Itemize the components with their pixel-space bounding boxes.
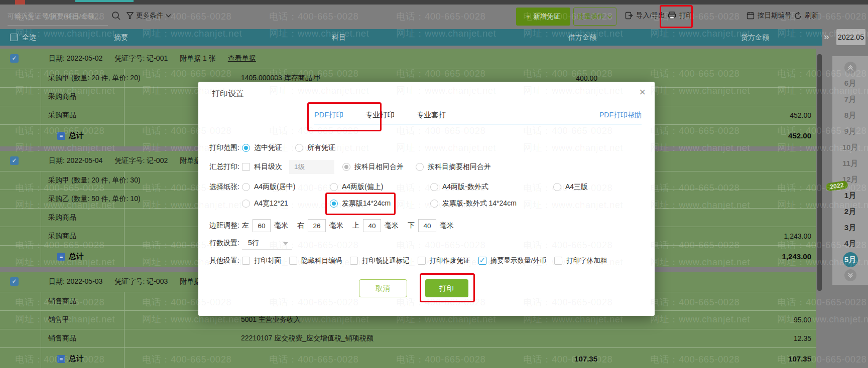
radio-paper-a4-two-amount[interactable]: A4两版-数外式 xyxy=(430,182,553,192)
dialog-title: 打印设置 xyxy=(212,89,244,99)
radio-paper-invoice-amount-14x24[interactable]: 发票版-数外式 14*24cm xyxy=(430,199,553,208)
period-display[interactable]: 2022.05 xyxy=(836,29,865,45)
line-count-select[interactable]: 5行 xyxy=(242,237,292,250)
paper-select-row-2: A4宽12*21 发票版14*24cm 发票版-数外式 14*24cm xyxy=(209,196,642,211)
select-all-label: 全选 xyxy=(22,33,36,42)
radio-label: A4两版(居中) xyxy=(254,182,295,192)
radio-selected-vouchers[interactable]: 选中凭证 xyxy=(242,143,282,152)
checkbox-account-level[interactable]: 科目级次 xyxy=(242,162,282,171)
checkbox-on-icon xyxy=(478,257,486,265)
radio-label: 发票版-数外式 14*24cm xyxy=(442,199,517,208)
close-icon[interactable]: × xyxy=(639,87,646,98)
unit-label: 毫米 xyxy=(385,221,399,230)
cell-summary: 采购商品 xyxy=(41,227,125,245)
margin-right-input[interactable] xyxy=(308,219,326,232)
caret-down-icon xyxy=(283,242,288,245)
radio-merge-same-account[interactable]: 按科目相同合并 xyxy=(342,162,404,171)
radio-paper-a4-two-top[interactable]: A4两版(偏上) xyxy=(330,182,430,192)
month-item[interactable]: 10月 xyxy=(842,139,858,155)
radio-off-icon xyxy=(416,163,424,171)
row-checkbox-checked[interactable]: ✓ xyxy=(10,54,19,63)
chevron-down-icon xyxy=(166,14,171,18)
paper-select-row-1: 选择纸张: A4两版(居中) A4两版(偏上) A4两版-数外式 xyxy=(209,179,642,195)
radio-paper-a4-two-center[interactable]: A4两版(居中) xyxy=(242,182,330,192)
pdf-print-help-link[interactable]: PDF打印帮助 xyxy=(599,111,642,120)
line-count-value: 5行 xyxy=(248,239,259,248)
table-row[interactable]: 销售商品 22210107 应交税费_应交增值税_销项税额 12.35 xyxy=(0,329,816,347)
refresh-button[interactable]: 刷新 xyxy=(794,11,818,20)
month-item[interactable]: 9月 xyxy=(844,123,856,139)
voucher-date: 日期: 2022-05-03 xyxy=(49,277,102,286)
select-all-checkbox[interactable] xyxy=(10,34,18,41)
radio-label: 按科目相同合并 xyxy=(354,162,404,171)
total-calc-icon: = xyxy=(57,253,65,261)
other-settings-row: 其他设置: 打印封面 隐藏科目编码 打印畅捷通标记 xyxy=(209,253,642,268)
vertical-scrollbar[interactable] xyxy=(817,54,822,291)
tab-pro-template-print[interactable]: 专业套打 xyxy=(417,110,446,120)
margin-bottom-input[interactable] xyxy=(418,219,436,232)
total-label: 总计 xyxy=(69,354,84,363)
radio-merge-same-account-summary[interactable]: 按科目摘要相同合并 xyxy=(416,162,491,171)
checkbox-print-cover[interactable]: 打印封面 xyxy=(242,256,281,265)
search-input[interactable] xyxy=(8,13,108,20)
month-item[interactable]: 4月 xyxy=(844,236,856,252)
line-count-label: 行数设置: xyxy=(209,239,242,248)
view-attachment-link[interactable]: 查看单据 xyxy=(228,54,256,63)
month-item[interactable]: 2月 xyxy=(844,204,856,220)
account-level-input[interactable] xyxy=(289,160,334,174)
month-item[interactable]: 7月 xyxy=(844,91,856,107)
search-icon[interactable] xyxy=(111,11,120,20)
scroll-down-icon[interactable] xyxy=(844,269,856,281)
radio-paper-a4-three[interactable]: A4三版 xyxy=(553,182,588,192)
margin-left-input[interactable] xyxy=(253,219,271,232)
more-filter-button[interactable]: 更多条件 xyxy=(127,11,171,20)
radio-paper-invoice-14x24[interactable]: 发票版14*24cm xyxy=(330,199,430,208)
checkbox-print-chanjet-mark[interactable]: 打印畅捷通标记 xyxy=(350,256,410,265)
toolbar: 更多条件 + 新增凭证 批量操作 导入/导出 打印 按日期编号 刷新 xyxy=(0,5,868,29)
margin-right-label: 右 xyxy=(297,221,304,230)
month-item[interactable]: 8月 xyxy=(844,107,856,123)
checkbox-print-bold-font[interactable]: 打印字体加粗 xyxy=(554,256,607,265)
other-settings-label: 其他设置: xyxy=(209,256,242,265)
margin-top-input[interactable] xyxy=(363,219,381,232)
margins-row: 边距调整: 左 毫米 右 毫米 上 毫米 下 毫米 xyxy=(209,218,642,233)
total-debit: 107.35 xyxy=(532,354,653,363)
scroll-up-icon[interactable] xyxy=(844,62,856,74)
checkbox-print-voided-vouchers[interactable]: 打印作废凭证 xyxy=(418,256,470,265)
add-voucher-button[interactable]: + 新增凭证 xyxy=(516,8,570,26)
month-item[interactable]: 1月 xyxy=(844,188,856,204)
cancel-button[interactable]: 取消 xyxy=(359,279,407,297)
row-checkbox-checked[interactable]: ✓ xyxy=(10,277,19,286)
number-by-date-button[interactable]: 按日期编号 xyxy=(747,11,792,20)
radio-label: A4三版 xyxy=(565,182,588,192)
print-button[interactable]: 打印 xyxy=(668,11,693,20)
import-export-button[interactable]: 导入/导出 xyxy=(625,11,665,20)
printer-icon xyxy=(668,12,676,20)
radio-label: A4宽12*21 xyxy=(254,199,288,208)
select-all-cell: 全选 xyxy=(0,33,41,42)
total-label: 总计 xyxy=(69,252,84,261)
month-item[interactable]: 11月 xyxy=(842,155,858,171)
checkbox-summary-show-qty-currency[interactable]: 摘要显示数量/外币 xyxy=(478,256,547,265)
total-credit: 452.00 xyxy=(653,131,816,140)
radio-paper-a4-wide[interactable]: A4宽12*21 xyxy=(242,199,330,208)
month-item[interactable]: 3月 xyxy=(844,220,856,236)
checkbox-off-icon xyxy=(418,257,426,265)
collapse-panel-icon[interactable]: » xyxy=(824,31,828,42)
radio-on-icon xyxy=(242,144,250,152)
row-checkbox-checked[interactable]: ✓ xyxy=(10,156,19,165)
unit-label: 毫米 xyxy=(440,221,454,230)
print-settings-dialog: 电话：400-665-0028网址：www.chanjet.net电话：400-… xyxy=(198,82,655,316)
month-item-active[interactable]: 5月 xyxy=(843,252,858,267)
more-filter-label: 更多条件 xyxy=(136,11,163,20)
checkbox-hide-account-code[interactable]: 隐藏科目编码 xyxy=(289,256,342,265)
month-item[interactable]: 6月 xyxy=(844,75,856,91)
tab-pro-print[interactable]: 专业打印 xyxy=(365,110,395,120)
checkbox-label: 科目级次 xyxy=(254,162,282,171)
voucher-attachments: 附单据 1 张 xyxy=(180,54,216,63)
checkbox-off-icon xyxy=(554,257,562,265)
dialog-print-button[interactable]: 打印 xyxy=(425,279,468,297)
batch-operations-button[interactable]: 批量操作 xyxy=(573,8,616,26)
tab-pdf-print[interactable]: PDF打印 xyxy=(314,110,343,120)
radio-all-vouchers[interactable]: 所有凭证 xyxy=(295,143,335,152)
